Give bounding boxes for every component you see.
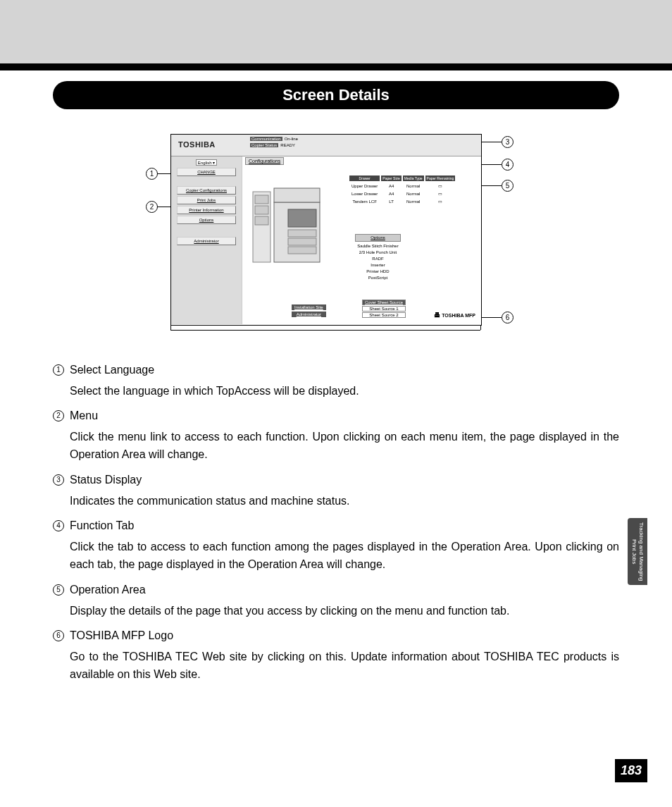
list-item: 5 Operation Area Display the details of … bbox=[53, 581, 619, 620]
sidebar-item[interactable]: Printer Information bbox=[177, 206, 236, 214]
callout-3: 3 bbox=[502, 136, 514, 148]
language-select[interactable]: English ▾ bbox=[196, 159, 217, 166]
options-panel: Options Saddle Stitch Finisher 2/3 Hole … bbox=[355, 234, 401, 281]
item-title: Menu bbox=[70, 407, 619, 425]
brand-logo: TOSHIBA bbox=[171, 135, 249, 156]
callout-1: 1 bbox=[146, 168, 158, 180]
svg-rect-6 bbox=[288, 209, 316, 227]
sheet-source-button[interactable]: Sheet Source 1 bbox=[362, 306, 406, 312]
item-text: Click the tab to access to each function… bbox=[70, 541, 619, 571]
item-number: 6 bbox=[53, 630, 64, 641]
list-item: 2 Menu Click the menu link to access to … bbox=[53, 407, 619, 464]
svg-rect-9 bbox=[288, 247, 316, 254]
admin-button[interactable]: Administrator bbox=[292, 312, 326, 317]
diagram: 1 2 3 4 5 6 TOSHIBA CommunicationOn-line… bbox=[146, 134, 526, 326]
section-tab: Tracking and Managing Print Jobs bbox=[628, 518, 647, 585]
sidebar-item[interactable]: Print Jobs bbox=[177, 196, 236, 204]
item-text: Select the language in which TopAccess w… bbox=[70, 385, 359, 397]
callout-4: 4 bbox=[502, 159, 514, 171]
svg-rect-5 bbox=[274, 188, 320, 202]
item-title: Operation Area bbox=[70, 581, 619, 599]
item-title: Select Language bbox=[70, 361, 619, 379]
item-number: 1 bbox=[53, 364, 64, 376]
function-tab[interactable]: Configurations bbox=[245, 157, 284, 165]
list-item: 4 Function Tab Click the tab to access t… bbox=[53, 517, 619, 574]
drawer-table: Drawer Paper Size Media Type Paper Remai… bbox=[348, 174, 456, 206]
divider-bar bbox=[0, 63, 672, 70]
operation-area: Configurations bbox=[242, 156, 481, 324]
svg-rect-1 bbox=[255, 195, 268, 204]
item-number: 4 bbox=[53, 520, 64, 531]
sidebar-item[interactable]: Options bbox=[177, 216, 236, 224]
callout-2: 2 bbox=[146, 201, 158, 213]
item-number: 5 bbox=[53, 584, 64, 596]
install-site-button[interactable]: Installation Site bbox=[292, 304, 326, 310]
callout-5: 5 bbox=[502, 180, 514, 192]
table-row: Tandem LCFLTNormal▭ bbox=[349, 198, 455, 204]
change-button[interactable]: CHANGE bbox=[177, 168, 236, 176]
list-item: 1 Select Language Select the language in… bbox=[53, 361, 619, 400]
lower-buttons: Installation Site Administrator bbox=[292, 303, 326, 319]
mfp-logo[interactable]: 🖶 TOSHIBA MFP bbox=[434, 312, 475, 319]
header-band bbox=[0, 0, 672, 63]
list-item: 3 Status Display Indicates the communica… bbox=[53, 471, 619, 510]
item-text: Indicates the communication status and m… bbox=[70, 495, 350, 507]
svg-rect-8 bbox=[288, 238, 316, 245]
svg-rect-7 bbox=[288, 230, 316, 237]
status-display: CommunicationOn-line Copier StatusREADY bbox=[249, 135, 481, 156]
table-row: Lower DrawerA4Normal▭ bbox=[349, 190, 455, 197]
printer-illustration bbox=[249, 185, 327, 269]
item-text: Go to the TOSHIBA TEC Web site by clicki… bbox=[70, 651, 619, 681]
table-row: Upper DrawerA4Normal▭ bbox=[349, 183, 455, 189]
item-text: Click the menu link to access to each fu… bbox=[70, 431, 619, 461]
list-item: 6 TOSHIBA MFP Logo Go to the TOSHIBA TEC… bbox=[53, 627, 619, 684]
sidebar: English ▾ CHANGE Copier Configurations P… bbox=[171, 156, 242, 324]
svg-rect-3 bbox=[255, 216, 268, 225]
sidebar-item[interactable]: Administrator bbox=[177, 237, 236, 245]
item-number: 3 bbox=[53, 474, 64, 486]
callout-6: 6 bbox=[502, 312, 514, 324]
page-number: 183 bbox=[615, 759, 647, 782]
svg-rect-2 bbox=[255, 206, 268, 214]
item-number: 2 bbox=[53, 410, 64, 421]
sidebar-item[interactable]: Copier Configurations bbox=[177, 186, 236, 195]
item-title: TOSHIBA MFP Logo bbox=[70, 627, 619, 645]
description-list: 1 Select Language Select the language in… bbox=[53, 361, 619, 684]
sheet-source-button[interactable]: Sheet Source 2 bbox=[362, 312, 406, 318]
sheet-source-buttons: Cover Sheet Source Sheet Source 1 Sheet … bbox=[362, 299, 406, 319]
section-title: Screen Details bbox=[53, 81, 619, 109]
cover-sheet-button[interactable]: Cover Sheet Source bbox=[362, 300, 406, 305]
item-title: Status Display bbox=[70, 471, 619, 489]
app-screenshot: TOSHIBA CommunicationOn-line Copier Stat… bbox=[170, 134, 482, 326]
item-text: Display the details of the page that you… bbox=[70, 605, 509, 617]
item-title: Function Tab bbox=[70, 517, 619, 535]
